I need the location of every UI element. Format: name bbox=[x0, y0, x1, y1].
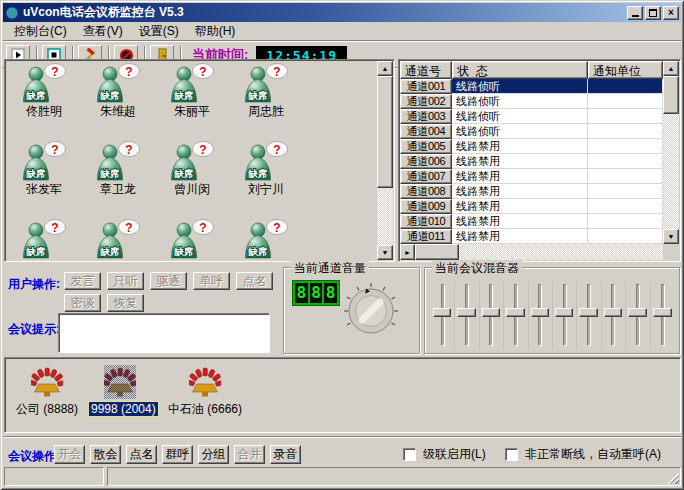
channel-row[interactable]: 通道010 线路禁用 bbox=[400, 214, 663, 229]
mixer-slider[interactable] bbox=[455, 281, 479, 349]
knob-icon bbox=[342, 282, 400, 340]
channel-status-cell: 线路禁用 bbox=[452, 199, 588, 214]
op-button[interactable]: 单呼 bbox=[193, 272, 230, 290]
channel-row[interactable]: 通道011 线路禁用 bbox=[400, 229, 663, 244]
slider-thumb[interactable] bbox=[482, 308, 500, 317]
divider bbox=[3, 436, 681, 438]
channel-table-hscrollbar[interactable]: ◄ ► bbox=[400, 244, 664, 260]
slider-thumb[interactable] bbox=[628, 308, 646, 317]
mixer-slider[interactable] bbox=[626, 281, 650, 349]
channel-status-cell: 线路禁用 bbox=[452, 154, 588, 169]
minimize-button[interactable] bbox=[627, 6, 643, 20]
menu-settings[interactable]: 设置(S) bbox=[131, 21, 187, 42]
op-button[interactable]: 驱逐 bbox=[150, 272, 187, 290]
user-item[interactable]: ? 缺席 刘宁川 bbox=[229, 140, 303, 218]
mixer-slider[interactable] bbox=[553, 281, 577, 349]
slider-thumb[interactable] bbox=[604, 308, 622, 317]
user-name: 刘宁川 bbox=[248, 182, 284, 196]
user-item[interactable]: ? 缺席 李宋 bbox=[81, 218, 155, 259]
op-button[interactable]: 只听 bbox=[107, 272, 144, 290]
mixer-slider[interactable] bbox=[431, 281, 455, 349]
channel-unit-cell bbox=[588, 79, 663, 94]
mixer-slider[interactable] bbox=[602, 281, 626, 349]
header-notify-unit[interactable]: 通知单位 bbox=[588, 61, 663, 79]
cascade-checkbox[interactable] bbox=[403, 448, 416, 461]
scrollbar-thumb[interactable] bbox=[415, 244, 459, 260]
menu-console[interactable]: 控制台(C) bbox=[6, 21, 75, 42]
channel-id-cell: 通道008 bbox=[400, 184, 452, 199]
maximize-button[interactable] bbox=[645, 6, 661, 20]
slider-thumb[interactable] bbox=[506, 308, 524, 317]
mixer-slider[interactable] bbox=[480, 281, 504, 349]
scroll-up-arrow[interactable]: ▲ bbox=[377, 61, 393, 76]
op-button[interactable]: 分组 bbox=[198, 445, 229, 464]
header-channel-id[interactable]: 通道号 bbox=[400, 61, 452, 79]
channel-status-cell: 线路侦听 bbox=[452, 124, 588, 139]
user-item[interactable]: ? 缺席 曾川闵 bbox=[155, 140, 229, 218]
conference-ops-row: 开会散会点名群呼分组合并录音 bbox=[54, 445, 301, 464]
mixer-slider[interactable] bbox=[651, 281, 675, 349]
op-button[interactable]: 发言 bbox=[64, 272, 101, 290]
user-item[interactable]: ? 缺席 周忠胜 bbox=[229, 62, 303, 140]
led-digit: 8 bbox=[295, 283, 308, 303]
op-button[interactable]: 合并 bbox=[234, 445, 265, 464]
slider-thumb[interactable] bbox=[653, 308, 672, 317]
channel-row[interactable]: 通道005 线路禁用 bbox=[400, 139, 663, 154]
scroll-down-arrow[interactable]: ▼ bbox=[663, 229, 679, 244]
slider-thumb[interactable] bbox=[457, 308, 475, 317]
slider-thumb[interactable] bbox=[555, 308, 573, 317]
mixer-slider[interactable] bbox=[577, 281, 601, 349]
op-button[interactable]: 群呼 bbox=[162, 445, 193, 464]
channel-row[interactable]: 通道004 线路侦听 bbox=[400, 124, 663, 139]
slider-thumb[interactable] bbox=[579, 308, 597, 317]
channel-row[interactable]: 通道001 线路侦听 bbox=[400, 79, 663, 94]
scroll-up-arrow[interactable]: ▲ bbox=[663, 61, 679, 76]
user-item[interactable]: ? 缺席 佟胜明 bbox=[7, 62, 81, 140]
op-button[interactable]: 开会 bbox=[54, 445, 85, 464]
notice-box[interactable] bbox=[58, 313, 270, 353]
close-button[interactable]: × bbox=[663, 6, 679, 20]
channel-row[interactable]: 通道003 线路侦听 bbox=[400, 109, 663, 124]
user-item[interactable]: ? 缺席 章卫龙 bbox=[81, 140, 155, 218]
resize-grip[interactable] bbox=[666, 471, 679, 484]
mixer-slider[interactable] bbox=[504, 281, 528, 349]
channel-row[interactable]: 通道006 线路禁用 bbox=[400, 154, 663, 169]
user-item[interactable]: ? 缺席 朱丽平 bbox=[155, 62, 229, 140]
channel-row[interactable]: 通道007 线路禁用 bbox=[400, 169, 663, 184]
user-icon: ? 缺席 bbox=[95, 140, 141, 182]
question-mark: ? bbox=[51, 65, 58, 79]
op-button[interactable]: 散会 bbox=[90, 445, 121, 464]
scrollbar-thumb[interactable] bbox=[377, 76, 393, 188]
auto-redial-checkbox[interactable] bbox=[505, 448, 518, 461]
slider-thumb[interactable] bbox=[433, 308, 451, 317]
channel-row[interactable]: 通道002 线路侦听 bbox=[400, 94, 663, 109]
op-button[interactable]: 录音 bbox=[270, 445, 301, 464]
op-button[interactable]: 恢复 bbox=[107, 294, 144, 312]
op-button[interactable]: 点名 bbox=[236, 272, 273, 290]
op-button[interactable]: 点名 bbox=[126, 445, 157, 464]
scroll-right-arrow[interactable]: ► bbox=[400, 244, 415, 260]
user-panel-scrollbar[interactable]: ▲ ▼ bbox=[377, 61, 393, 260]
slider-thumb[interactable] bbox=[531, 308, 549, 317]
volume-knob[interactable] bbox=[342, 282, 400, 340]
conference-item[interactable]: 9998 (2004) bbox=[89, 365, 151, 417]
header-status[interactable]: 状 态 bbox=[452, 61, 588, 79]
channel-row[interactable]: 通道008 线路禁用 bbox=[400, 184, 663, 199]
op-button[interactable]: 密谈 bbox=[64, 294, 101, 312]
user-item[interactable]: ? 缺席 bbox=[229, 218, 303, 259]
scroll-down-arrow[interactable]: ▼ bbox=[377, 245, 393, 260]
channel-table-vscrollbar[interactable]: ▲ ▼ bbox=[663, 61, 679, 244]
channel-row[interactable]: 通道009 线路禁用 bbox=[400, 199, 663, 214]
conference-item[interactable]: 公司 (8888) bbox=[13, 365, 81, 418]
user-item[interactable]: ? 缺席 李曼丽 bbox=[7, 218, 81, 259]
scrollbar-thumb[interactable] bbox=[663, 76, 679, 114]
user-item[interactable]: ? 缺席 bbox=[155, 218, 229, 259]
user-item[interactable]: ? 缺席 朱维超 bbox=[81, 62, 155, 140]
user-item[interactable]: ? 缺席 张发军 bbox=[7, 140, 81, 218]
menu-help[interactable]: 帮助(H) bbox=[187, 21, 244, 42]
absent-badge: 缺席 bbox=[26, 90, 46, 101]
question-mark: ? bbox=[273, 143, 280, 157]
conference-item[interactable]: 中石油 (6666) bbox=[161, 365, 249, 418]
menu-view[interactable]: 查看(V) bbox=[75, 21, 131, 42]
mixer-slider[interactable] bbox=[529, 281, 553, 349]
